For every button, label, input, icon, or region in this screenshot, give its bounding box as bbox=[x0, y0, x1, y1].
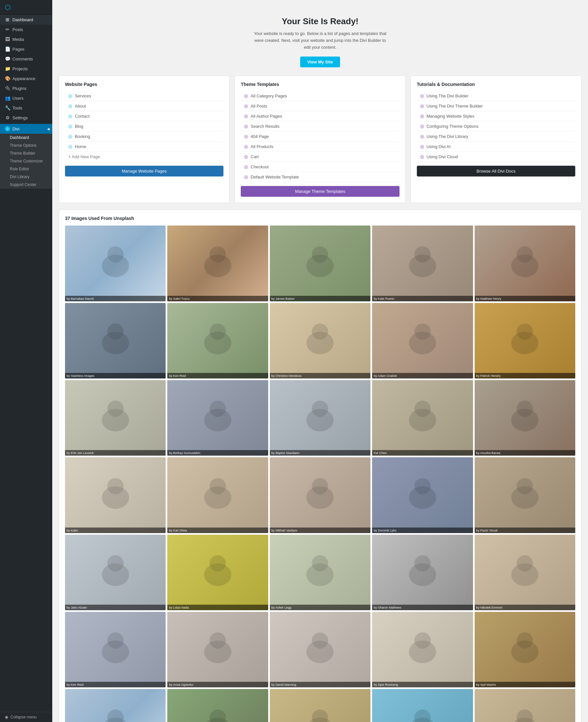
tutorial-item-3[interactable]: ◎ Configuring Theme Options bbox=[417, 121, 575, 131]
sidebar-item-media[interactable]: 🖼 Media bbox=[0, 34, 52, 44]
page-item-services[interactable]: ◎ Services bbox=[65, 91, 224, 101]
image-card[interactable]: by Christine Mendoza bbox=[270, 303, 371, 378]
image-card[interactable]: by Anna Ogiienko bbox=[167, 612, 268, 687]
add-new-page-button[interactable]: + Add New Page bbox=[65, 152, 224, 162]
image-card[interactable]: by Baptist Standaert bbox=[270, 380, 371, 456]
page-item-blog[interactable]: ◎ Blog bbox=[65, 121, 224, 131]
image-card[interactable]: by Barnabas Davoti bbox=[65, 226, 166, 301]
image-card[interactable]: by Asher Legg bbox=[270, 535, 371, 610]
image-label: by Dominik Lyko bbox=[372, 528, 473, 533]
collapse-label: Collapse menu bbox=[10, 715, 37, 719]
sidebar-item-appearance[interactable]: 🎨 Appearance bbox=[0, 74, 52, 83]
template-item-4[interactable]: ◎ 404 Page bbox=[241, 131, 399, 142]
template-item-7[interactable]: ◎ Checkout bbox=[241, 162, 399, 172]
image-card[interactable]: by Berkay Gumustekin bbox=[167, 380, 268, 456]
template-item-5[interactable]: ◎ All Products bbox=[241, 142, 399, 152]
sidebar-item-settings[interactable]: ⚙ Settings bbox=[0, 113, 52, 123]
manage-website-pages-button[interactable]: Manage Website Pages bbox=[65, 166, 224, 177]
sidebar-item-theme-customizer[interactable]: Theme Customizer bbox=[0, 157, 52, 165]
sidebar-item-dashboard-sub[interactable]: Dashboard bbox=[0, 134, 52, 142]
image-card[interactable]: by Anusha Barwa bbox=[475, 380, 575, 456]
image-card[interactable]: by Michael Oxendine bbox=[475, 689, 575, 722]
manage-theme-templates-button[interactable]: Manage Theme Templates bbox=[241, 186, 399, 197]
image-card[interactable]: by Jairo Alzate bbox=[65, 535, 166, 610]
template-item-8[interactable]: ◎ Default Website Template bbox=[241, 172, 399, 182]
image-card[interactable]: by Nikolett Emmert bbox=[475, 535, 575, 610]
sidebar-item-projects-label: Projects bbox=[13, 66, 28, 71]
image-card[interactable]: by Mikhail Vasilyev bbox=[270, 457, 371, 533]
sidebar-item-dashboard-label: Dashboard bbox=[13, 17, 33, 22]
sidebar-item-tools[interactable]: 🔧 Tools bbox=[0, 103, 52, 113]
image-card[interactable]: by Syd Wachs bbox=[475, 612, 575, 687]
svg-point-51 bbox=[107, 633, 124, 649]
image-card[interactable]: by Pacto Visual bbox=[475, 457, 575, 533]
sidebar: ⬡ ⊞ Dashboard ✏ Posts 🖼 Media 📄 Pages 💬 … bbox=[0, 0, 52, 722]
image-card[interactable]: by David Manning bbox=[270, 612, 371, 687]
browse-all-divi-docs-button[interactable]: Browse All Divi Docs bbox=[417, 166, 575, 177]
image-card[interactable]: by Luiza Sayfullina bbox=[167, 689, 268, 722]
sidebar-item-tools-label: Tools bbox=[13, 106, 22, 110]
image-label: by Sabri Tuzcu bbox=[167, 296, 268, 301]
template-2-icon: ◎ bbox=[244, 114, 248, 119]
image-card[interactable]: by Ken Reid bbox=[65, 612, 166, 687]
sidebar-item-divi-library[interactable]: Divi Library bbox=[0, 173, 52, 181]
tutorial-4-label: Using The Divi Library bbox=[427, 134, 468, 139]
image-card[interactable]: by Lidya Nada bbox=[167, 535, 268, 610]
page-item-home[interactable]: ◎ Home bbox=[65, 142, 224, 152]
tutorial-item-1[interactable]: ◎ Using The Divi Theme Builder bbox=[417, 101, 575, 111]
image-card[interactable]: by Kate Puerto bbox=[372, 226, 473, 301]
sidebar-item-theme-builder[interactable]: Theme Builder bbox=[0, 149, 52, 157]
sidebar-item-dashboard[interactable]: ⊞ Dashboard bbox=[0, 15, 52, 24]
sidebar-item-theme-options[interactable]: Theme Options bbox=[0, 142, 52, 149]
image-card[interactable]: by Adam Grabek bbox=[372, 303, 473, 378]
image-card[interactable]: by James Barker bbox=[270, 226, 371, 301]
image-card[interactable]: by Dominik Lyko bbox=[372, 457, 473, 533]
sidebar-item-pages[interactable]: 📄 Pages bbox=[0, 44, 52, 54]
tutorial-item-5[interactable]: ◎ Using Divi AI bbox=[417, 142, 575, 152]
page-item-about[interactable]: ◎ About bbox=[65, 101, 224, 111]
sidebar-item-comments[interactable]: 💬 Comments bbox=[0, 54, 52, 64]
sidebar-item-plugins[interactable]: 🔌 Plugins bbox=[0, 83, 52, 93]
tutorial-item-0[interactable]: ◎ Using The Divi Builder bbox=[417, 91, 575, 101]
view-my-site-button[interactable]: View My Site bbox=[300, 57, 340, 67]
svg-point-31 bbox=[107, 478, 124, 494]
template-item-2[interactable]: ◎ All Author Pages bbox=[241, 111, 399, 121]
image-card[interactable]: by Stainless Images bbox=[65, 303, 166, 378]
sidebar-item-media-label: Media bbox=[13, 37, 24, 42]
collapse-menu-button[interactable]: ◉ Collapse menu bbox=[0, 712, 52, 722]
image-card[interactable]: by Matthew Henry bbox=[475, 226, 575, 301]
svg-point-15 bbox=[312, 324, 328, 340]
divi-header[interactable]: D Divi ◀ bbox=[0, 124, 52, 134]
image-card[interactable]: by Kari Shea bbox=[167, 457, 268, 533]
image-card[interactable]: by Alvan Nee bbox=[270, 689, 371, 722]
pages-icon: 📄 bbox=[5, 46, 10, 51]
image-card[interactable]: by Ken Reid bbox=[167, 303, 268, 378]
image-card[interactable]: by Sabri Tuzcu bbox=[167, 226, 268, 301]
image-card[interactable]: by Patrick Hendry bbox=[475, 303, 575, 378]
tutorial-item-4[interactable]: ◎ Using The Divi Library bbox=[417, 131, 575, 142]
sidebar-item-projects[interactable]: 📁 Projects bbox=[0, 64, 52, 74]
template-1-icon: ◎ bbox=[244, 103, 248, 108]
image-card[interactable]: by Erik-Jan Leusink bbox=[65, 380, 166, 456]
image-card[interactable]: by Sjoе Rosineng bbox=[372, 612, 473, 687]
template-item-6[interactable]: ◎ Cart bbox=[241, 152, 399, 162]
sidebar-item-users[interactable]: 👥 Users bbox=[0, 93, 52, 103]
template-item-0[interactable]: ◎ All Category Pages bbox=[241, 91, 399, 101]
sidebar-item-posts[interactable]: ✏ Posts bbox=[0, 24, 52, 34]
sidebar-item-settings-label: Settings bbox=[13, 116, 28, 120]
image-card[interactable]: by Kabo bbox=[65, 457, 166, 533]
template-item-3[interactable]: ◎ Search Results bbox=[241, 121, 399, 131]
sidebar-item-support-center[interactable]: Support Center bbox=[0, 181, 52, 189]
sidebar-item-role-editor[interactable]: Role Editor bbox=[0, 165, 52, 173]
svg-point-57 bbox=[414, 633, 430, 649]
tutorial-item-6[interactable]: ◎ Using Divi Cloud bbox=[417, 152, 575, 162]
template-item-1[interactable]: ◎ All Posts bbox=[241, 101, 399, 111]
tutorial-item-2[interactable]: ◎ Managing Website Styles bbox=[417, 111, 575, 121]
image-card[interactable]: by John Price bbox=[65, 689, 166, 722]
image-card[interactable]: by Wren Meinberg bbox=[372, 689, 473, 722]
page-item-contact[interactable]: ◎ Contact bbox=[65, 111, 224, 121]
page-item-booking[interactable]: ◎ Booking bbox=[65, 131, 224, 142]
svg-point-49 bbox=[517, 555, 533, 571]
image-card[interactable]: For Chen bbox=[372, 380, 473, 456]
image-card[interactable]: by Sharon Mathews bbox=[372, 535, 473, 610]
